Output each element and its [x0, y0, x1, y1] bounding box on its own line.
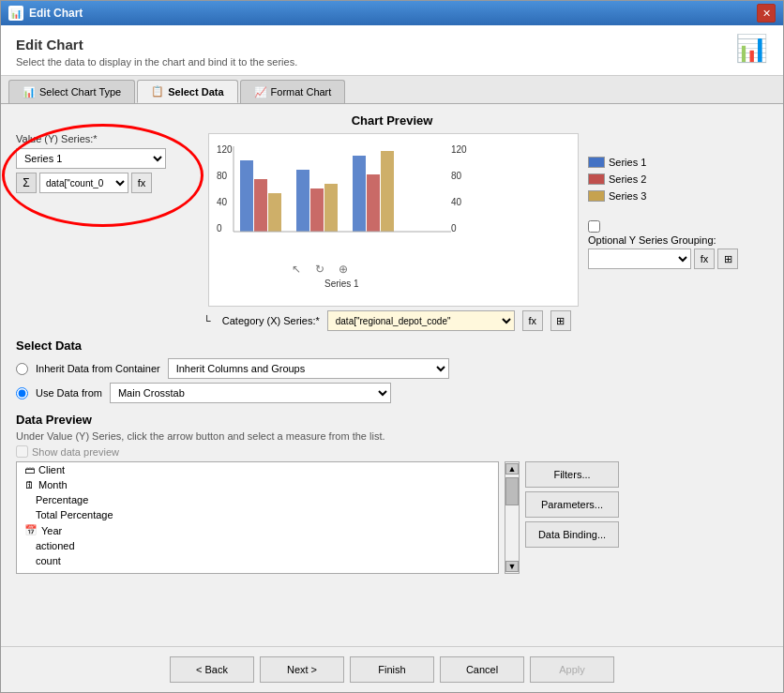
svg-text:120: 120 [451, 144, 467, 155]
sigma-box: Σ [16, 173, 37, 193]
tab-select-chart-type[interactable]: 📊 Select Chart Type [8, 80, 135, 103]
next-button[interactable]: Next > [260, 656, 344, 683]
legend-color-1 [588, 157, 605, 168]
cancel-button[interactable]: Cancel [440, 656, 524, 683]
svg-rect-14 [324, 184, 338, 232]
data-preview-section: Data Preview Under Value (Y) Series, cli… [16, 413, 768, 574]
grouping-extra-btn[interactable]: ⊞ [717, 249, 738, 269]
edit-chart-window: 📊 Edit Chart ✕ Edit Chart Select the dat… [0, 0, 784, 693]
y-series-select[interactable]: Series 1 Series 2 Series 3 [16, 148, 166, 169]
main-content: Chart Preview Value (Y) Series:* Series … [1, 104, 783, 646]
svg-text:↻: ↻ [315, 263, 324, 276]
select-data-title: Select Data [16, 339, 768, 353]
data-binding-button[interactable]: Data Binding... [525, 521, 619, 548]
list-item-icon-month: 🗓 [24, 479, 35, 490]
tab-format-chart[interactable]: 📈 Format Chart [240, 80, 346, 103]
legend-item-2: Series 2 [588, 173, 738, 185]
series-row: Σ data["count_0 fx [16, 173, 199, 193]
legend-color-3 [588, 190, 605, 202]
tab-select-data-label: Select Data [168, 86, 223, 98]
svg-text:80: 80 [451, 171, 462, 181]
use-data-radio[interactable] [16, 387, 28, 399]
scrollbar-thumb[interactable] [505, 477, 519, 505]
show-preview-checkbox[interactable] [16, 445, 28, 458]
tab-select-chart-type-label: Select Chart Type [39, 86, 121, 98]
list-item-icon-year: 📅 [24, 524, 38, 536]
svg-text:40: 40 [217, 197, 228, 207]
list-item: actioned [17, 538, 498, 553]
title-bar-left: 📊 Edit Chart [8, 6, 83, 21]
tabs-bar: 📊 Select Chart Type 📋 Select Data 📈 Form… [1, 76, 783, 104]
svg-rect-16 [367, 174, 380, 232]
svg-text:80: 80 [217, 171, 228, 181]
fx-button-category[interactable]: fx [522, 310, 543, 331]
header-subtitle: Select the data to display in the chart … [16, 56, 768, 68]
close-button[interactable]: ✕ [757, 4, 776, 23]
data-field-select[interactable]: data["count_0 [39, 173, 128, 193]
right-panel: Series 1 Series 2 Series 3 Opti [588, 133, 738, 269]
list-item: 🗓 Month [17, 477, 498, 492]
optional-y-grouping-area: Optional Y Series Grouping: fx ⊞ [588, 220, 738, 269]
y-series-panel: Value (Y) Series:* Series 1 Series 2 Ser… [16, 133, 199, 193]
tab-select-data-icon: 📋 [151, 85, 164, 98]
scrollbar-down[interactable]: ▼ [505, 561, 519, 572]
tab-select-data[interactable]: 📋 Select Data [137, 80, 237, 103]
fx-button-grouping[interactable]: fx [694, 249, 715, 269]
svg-rect-11 [268, 193, 281, 232]
svg-rect-15 [353, 156, 366, 232]
fx-button-y[interactable]: fx [131, 173, 152, 193]
parameters-button[interactable]: Parameters... [525, 491, 619, 518]
finish-button[interactable]: Finish [350, 656, 434, 683]
inherit-data-row: Inherit Data from Container Inherit Colu… [16, 358, 768, 379]
show-preview-label: Show data preview [32, 446, 119, 458]
chart-container: 120 80 40 0 120 80 40 0 Series 1 [208, 133, 579, 307]
optional-y-grouping-select[interactable] [588, 249, 691, 269]
category-series-select[interactable]: data["regional_depot_code" [327, 310, 515, 331]
list-item: Percentage [17, 492, 498, 507]
list-item: count [17, 553, 498, 568]
apply-button[interactable]: Apply [530, 656, 614, 683]
svg-text:40: 40 [451, 197, 462, 207]
list-item-label-actioned: actioned [36, 540, 75, 551]
back-button[interactable]: < Back [170, 656, 254, 683]
y-series-label: Value (Y) Series:* [16, 133, 199, 144]
window-title: Edit Chart [29, 7, 83, 20]
list-item-label-client: Client [38, 464, 65, 475]
list-item-icon-client: 🗃 [24, 464, 35, 475]
data-preview-desc: Under Value (Y) Series, click the arrow … [16, 430, 768, 442]
header-chart-icon: 📊 [735, 33, 768, 64]
data-preview-title: Data Preview [16, 413, 768, 427]
use-data-row: Use Data from Main Crosstab Sub Report [16, 383, 768, 403]
use-data-label: Use Data from [36, 387, 102, 399]
category-extra-btn[interactable]: ⊞ [550, 310, 571, 331]
chart-preview-area: Value (Y) Series:* Series 1 Series 2 Ser… [16, 133, 768, 307]
legend-color-2 [588, 173, 605, 185]
show-preview-row: Show data preview [16, 445, 768, 458]
filters-button[interactable]: Filters... [525, 461, 619, 488]
corner-bracket: └ [204, 315, 211, 326]
list-item: Total Percentage [17, 507, 498, 522]
tab-format-chart-icon: 📈 [254, 86, 267, 98]
svg-rect-10 [254, 179, 267, 232]
svg-rect-12 [296, 170, 309, 232]
scrollbar-up[interactable]: ▲ [505, 463, 519, 475]
title-bar: 📊 Edit Chart ✕ [1, 1, 783, 25]
list-item-label-year: Year [41, 525, 62, 536]
inherit-data-select[interactable]: Inherit Columns and Groups [168, 358, 449, 379]
legend-label-1: Series 1 [609, 157, 646, 168]
list-scrollbar[interactable]: ▲ ▼ [505, 461, 520, 574]
use-data-select[interactable]: Main Crosstab Sub Report [110, 383, 391, 403]
svg-rect-9 [240, 160, 253, 232]
svg-text:Series 1: Series 1 [324, 279, 359, 289]
inherit-data-radio[interactable] [16, 363, 28, 375]
category-series-label: Category (X) Series:* [222, 315, 320, 326]
category-x-series-row: └ Category (X) Series:* data["regional_d… [204, 310, 768, 331]
preview-list: 🗃 Client 🗓 Month Percentage Total Percen… [16, 461, 499, 574]
chart-legend: Series 1 Series 2 Series 3 [588, 138, 738, 202]
header-title: Edit Chart [16, 37, 768, 53]
list-item: 🗃 Client [17, 462, 498, 477]
optional-y-grouping-checkbox[interactable] [588, 220, 600, 233]
footer: < Back Next > Finish Cancel Apply [1, 646, 783, 692]
select-data-section: Select Data Inherit Data from Container … [16, 339, 768, 403]
bar-chart-svg: 120 80 40 0 120 80 40 0 Series 1 [217, 142, 479, 296]
